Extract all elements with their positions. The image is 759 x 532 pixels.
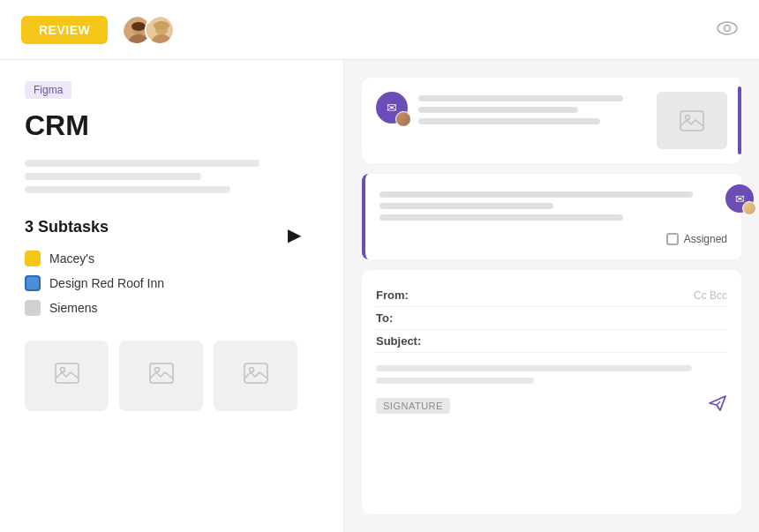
email-from-row: From: Cc Bcc bbox=[376, 284, 727, 307]
avatar-2-image bbox=[147, 17, 175, 45]
email-compose: From: Cc Bcc To: Subject: SIGNATURE bbox=[362, 270, 741, 514]
figma-tag: Figma bbox=[25, 81, 71, 99]
topbar-left: REVIEW bbox=[21, 15, 175, 45]
msg-line-2-3 bbox=[380, 214, 623, 221]
message-lines-2 bbox=[380, 188, 727, 224]
assigned-checkbox[interactable] bbox=[666, 233, 679, 245]
avatars bbox=[122, 15, 175, 45]
svg-point-13 bbox=[154, 368, 159, 372]
email-to-row: To: bbox=[376, 307, 727, 330]
subtask-icon-yellow bbox=[25, 251, 41, 266]
message-card-2: Assigned ✉ bbox=[362, 174, 741, 259]
desc-line-2 bbox=[25, 173, 201, 180]
email-subject-row: Subject: bbox=[376, 330, 727, 353]
signature-tag: SIGNATURE bbox=[376, 398, 450, 414]
envelope-icon-1: ✉ bbox=[387, 101, 397, 115]
message-card-1-content: ✉ bbox=[362, 78, 741, 163]
msg-line-2-1 bbox=[380, 191, 693, 198]
msg-line-1 bbox=[418, 95, 623, 101]
message-face-1 bbox=[395, 111, 411, 127]
svg-rect-14 bbox=[244, 363, 267, 383]
msg-line-2-2 bbox=[380, 203, 553, 209]
svg-rect-10 bbox=[56, 363, 79, 383]
image-icon-2 bbox=[149, 363, 174, 389]
avatar-2 bbox=[145, 15, 175, 45]
subtask-item-maceys[interactable]: Macey's ▶ bbox=[25, 251, 319, 266]
subtask-label-redroofinn: Design Red Roof Inn bbox=[49, 276, 164, 290]
email-body-line-2 bbox=[376, 378, 534, 384]
subtask-label-maceys: Macey's bbox=[49, 251, 94, 266]
subtasks-heading: 3 Subtasks bbox=[25, 218, 319, 236]
subtask-icon-gray bbox=[25, 300, 41, 316]
svg-point-8 bbox=[718, 22, 737, 34]
svg-rect-16 bbox=[680, 111, 703, 131]
cc-bcc-label[interactable]: Cc Bcc bbox=[694, 289, 727, 302]
review-button[interactable]: REVIEW bbox=[21, 16, 108, 44]
svg-point-17 bbox=[686, 115, 690, 119]
to-label: To: bbox=[376, 311, 425, 325]
message-avatar-1: ✉ bbox=[376, 92, 408, 124]
svg-point-11 bbox=[60, 368, 64, 372]
message-card-1: ✉ bbox=[362, 78, 741, 163]
thumbnails-row bbox=[25, 341, 319, 411]
thumbnail-1[interactable] bbox=[25, 341, 109, 411]
svg-point-15 bbox=[249, 368, 253, 372]
subtask-item-redroofinn[interactable]: Design Red Roof Inn bbox=[25, 275, 319, 291]
thumbnail-2[interactable] bbox=[119, 341, 203, 411]
svg-point-7 bbox=[154, 21, 169, 30]
desc-line-3 bbox=[25, 186, 230, 193]
image-icon-1 bbox=[55, 363, 79, 389]
svg-point-3 bbox=[132, 22, 146, 31]
msg-line-2 bbox=[418, 107, 578, 113]
crm-title: CRM bbox=[25, 109, 319, 142]
thumbnail-3[interactable] bbox=[214, 341, 297, 411]
message-lines-1 bbox=[418, 92, 646, 128]
subtask-list: Macey's ▶ Design Red Roof Inn Siemens bbox=[25, 251, 319, 316]
assigned-label: Assigned bbox=[684, 233, 727, 245]
eye-icon[interactable] bbox=[717, 19, 738, 40]
main-content: Figma CRM 3 Subtasks Macey's ▶ Design Re… bbox=[0, 60, 759, 532]
message-image-1 bbox=[657, 92, 727, 149]
email-footer: SIGNATURE bbox=[376, 394, 727, 416]
right-panel: ✉ bbox=[344, 60, 759, 532]
left-panel: Figma CRM 3 Subtasks Macey's ▶ Design Re… bbox=[0, 60, 344, 532]
message-face-2 bbox=[742, 201, 756, 215]
subtask-icon-blue bbox=[25, 275, 41, 291]
msg-line-3 bbox=[418, 118, 600, 124]
message-content-1 bbox=[418, 92, 646, 128]
email-body-line-1 bbox=[376, 365, 692, 371]
email-body bbox=[376, 365, 727, 384]
svg-point-9 bbox=[725, 26, 731, 32]
image-icon-3 bbox=[244, 363, 268, 389]
svg-line-18 bbox=[717, 401, 720, 405]
subtask-item-siemens[interactable]: Siemens bbox=[25, 300, 319, 316]
send-icon[interactable] bbox=[708, 394, 727, 416]
description-lines bbox=[25, 160, 319, 193]
subtask-label-siemens: Siemens bbox=[49, 301, 97, 315]
assigned-row: Assigned bbox=[380, 233, 727, 245]
desc-line-1 bbox=[25, 160, 259, 167]
topbar: REVIEW bbox=[0, 0, 759, 60]
card-right-accent bbox=[738, 86, 741, 154]
from-label: From: bbox=[376, 288, 425, 302]
svg-rect-12 bbox=[150, 363, 173, 383]
message-avatar-2: ✉ bbox=[725, 184, 754, 213]
subject-label: Subject: bbox=[376, 334, 425, 348]
